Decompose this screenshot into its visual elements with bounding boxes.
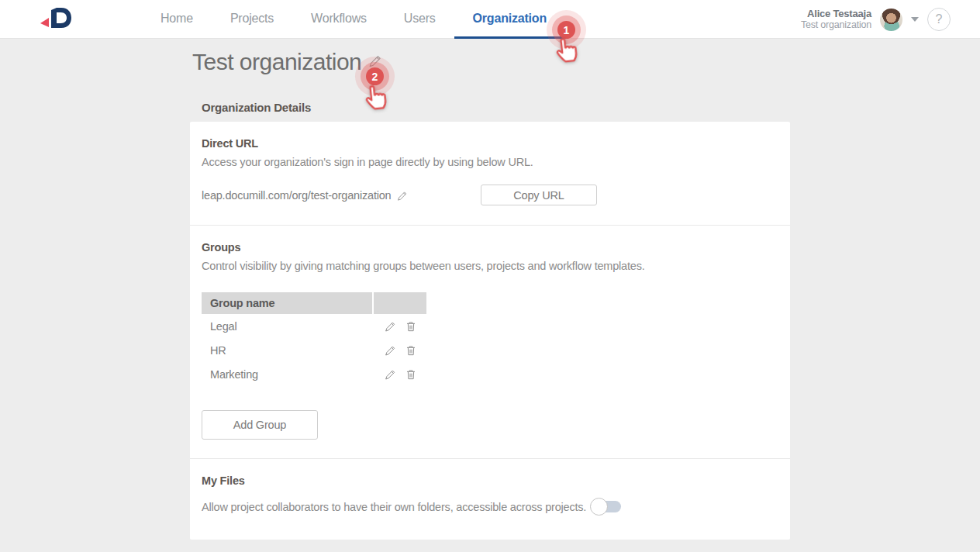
add-group-button[interactable]: Add Group: [202, 410, 318, 440]
group-name: Legal: [202, 320, 374, 333]
group-name: Marketing: [202, 368, 374, 381]
group-name: HR: [202, 344, 374, 357]
my-files-section: My Files Allow project collaborators to …: [190, 459, 790, 540]
table-header-row: Group name: [202, 292, 778, 314]
delete-group-trash-icon[interactable]: [405, 344, 417, 357]
edit-title-pencil-icon[interactable]: [368, 53, 382, 68]
edit-group-pencil-icon[interactable]: [384, 320, 396, 333]
table-row: Marketing: [202, 363, 778, 386]
edit-group-pencil-icon[interactable]: [384, 344, 396, 357]
table-header-actions-cell: [374, 292, 426, 314]
edit-url-pencil-icon[interactable]: [396, 190, 408, 202]
page-title: Test organization: [192, 49, 361, 75]
chevron-down-icon[interactable]: [911, 17, 919, 22]
nav-item-projects[interactable]: Projects: [212, 0, 292, 39]
toggle-knob: [590, 498, 608, 516]
user-info: Alice Testaaja Test organization: [801, 8, 871, 31]
organization-settings-page: { "brand": { "logo_text": "1D" }, "nav":…: [0, 0, 980, 552]
direct-url-value: leap.documill.com/org/test-organization: [202, 189, 391, 202]
my-files-description: Allow project collaborators to have thei…: [202, 501, 586, 513]
organization-details-header: Organization Details: [202, 101, 790, 114]
edit-group-pencil-icon[interactable]: [384, 368, 396, 381]
table-row: Legal: [202, 315, 778, 338]
groups-heading: Groups: [202, 241, 778, 254]
my-files-toggle[interactable]: [592, 500, 621, 513]
page-title-row: Test organization: [190, 49, 790, 75]
table-header-group-name: Group name: [202, 292, 372, 314]
direct-url-section: Direct URL Access your organization's si…: [190, 122, 790, 225]
copy-url-button[interactable]: Copy URL: [481, 185, 597, 205]
my-files-heading: My Files: [202, 474, 778, 487]
main-nav: Home Projects Workflows Users Organizati…: [142, 0, 565, 39]
user-block: Alice Testaaja Test organization ?: [801, 0, 951, 39]
help-button[interactable]: ?: [927, 8, 951, 31]
nav-item-users[interactable]: Users: [385, 0, 454, 39]
question-mark-icon: ?: [936, 12, 943, 26]
delete-group-trash-icon[interactable]: [405, 368, 417, 381]
delete-group-trash-icon[interactable]: [405, 320, 417, 333]
groups-section: Groups Control visibility by giving matc…: [190, 226, 790, 458]
top-navigation-bar: Home Projects Workflows Users Organizati…: [0, 0, 980, 39]
nav-item-home[interactable]: Home: [142, 0, 212, 39]
table-row: HR: [202, 339, 778, 362]
user-organization: Test organization: [801, 19, 871, 31]
nav-item-workflows[interactable]: Workflows: [292, 0, 385, 39]
nav-item-organization[interactable]: Organization: [454, 0, 565, 39]
user-name: Alice Testaaja: [801, 8, 871, 19]
organization-details-card: Direct URL Access your organization's si…: [190, 122, 790, 540]
documill-logo-icon[interactable]: [36, 5, 74, 34]
direct-url-description: Access your organization's sign in page …: [202, 156, 778, 168]
groups-description: Control visibility by giving matching gr…: [202, 260, 778, 272]
direct-url-row: leap.documill.com/org/test-organization …: [202, 185, 778, 206]
avatar[interactable]: [880, 9, 902, 31]
groups-table: Group name Legal: [202, 292, 778, 386]
main-content: Test organization Organization Details D…: [0, 39, 980, 552]
direct-url-heading: Direct URL: [202, 137, 778, 150]
